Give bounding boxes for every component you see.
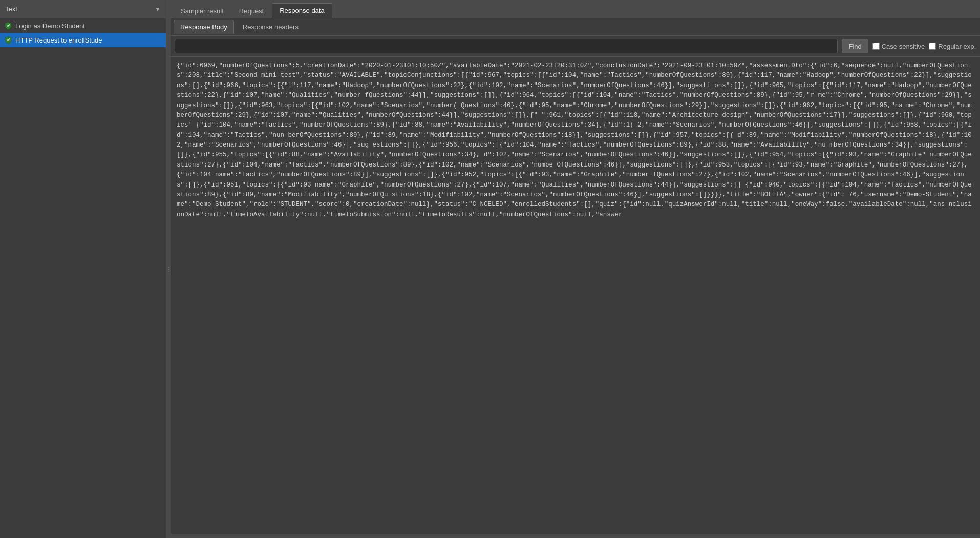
tab-response-headers[interactable]: Response headers (236, 20, 305, 34)
left-panel-header: Text ▼ (0, 0, 166, 18)
main-layout: Text ▼ Login as Demo Student (0, 0, 980, 538)
shield-icon-0 (4, 22, 12, 30)
tree-item-http-label: HTTP Request to enrollStude (15, 36, 102, 44)
tab-bar-secondary: Response Body Response headers (171, 18, 980, 36)
shield-icon-1 (4, 36, 12, 44)
find-button[interactable]: Find (842, 39, 868, 53)
tab-request[interactable]: Request (232, 4, 271, 18)
tree-item-login[interactable]: Login as Demo Student (0, 18, 166, 33)
tab-sampler-result[interactable]: Sampler result (174, 4, 231, 18)
regular-exp-checkbox[interactable] (929, 43, 936, 50)
tab-bar-top: Sampler result Request Response data (171, 0, 980, 18)
dropdown-label: Text (3, 5, 153, 13)
case-sensitive-label[interactable]: Case sensitive (872, 43, 925, 50)
horizontal-scrollbar[interactable] (171, 534, 980, 538)
search-input[interactable] (175, 39, 838, 53)
tab-response-data[interactable]: Response data (272, 3, 332, 18)
case-sensitive-checkbox[interactable] (872, 43, 880, 50)
dropdown-arrow-icon[interactable]: ▼ (153, 6, 163, 13)
right-panel: Sampler result Request Response data Res… (171, 0, 980, 538)
tree-item-http-request[interactable]: HTTP Request to enrollStude (0, 33, 166, 47)
regular-exp-label[interactable]: Regular exp. (929, 43, 976, 50)
response-body: {"id":6969,"numberOfQuestions":5,"creati… (171, 57, 980, 534)
tab-response-body[interactable]: Response Body (174, 20, 234, 34)
tree-item-login-label: Login as Demo Student (15, 22, 85, 30)
panel-divider[interactable]: ⋮ (166, 0, 171, 538)
left-panel-items: Login as Demo Student HTTP Request to en… (0, 18, 166, 538)
left-panel: Text ▼ Login as Demo Student (0, 0, 166, 538)
search-bar: Find Case sensitive Regular exp. (171, 36, 980, 57)
